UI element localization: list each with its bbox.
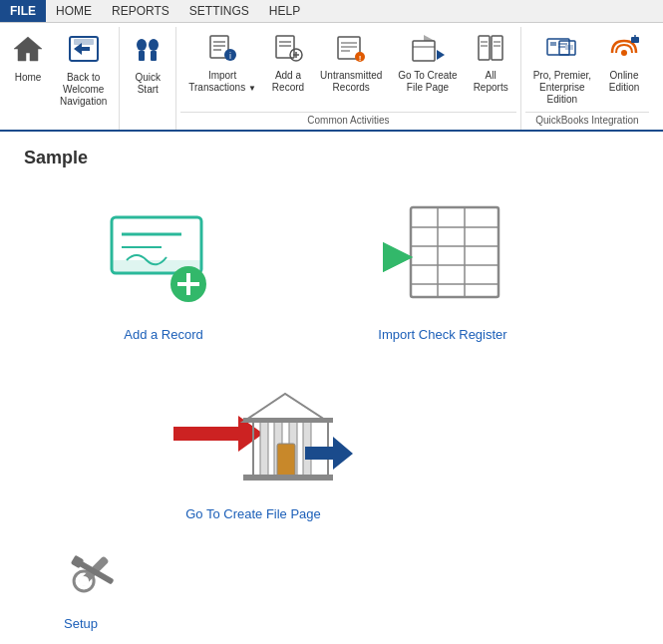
add-record-icon xyxy=(273,33,303,68)
svg-marker-60 xyxy=(383,242,413,272)
ribbon-group-qb: Pro, Premier,EnterpriseEdition OnlineEdi… xyxy=(521,27,653,130)
menu-bar: FILE HOME REPORTS SETTINGS HELP xyxy=(0,0,663,23)
svg-rect-26 xyxy=(413,41,435,61)
ribbon-quickstart-label: QuickStart xyxy=(135,72,161,96)
page-title: Sample xyxy=(24,148,639,168)
ribbon-home-button[interactable]: Home xyxy=(4,29,52,88)
add-record-icon-wrap xyxy=(107,202,221,315)
page-content: Sample xyxy=(0,132,663,644)
ribbon-goto-label: Go To CreateFile Page xyxy=(398,70,457,94)
ribbon-quickstart-button[interactable]: QuickStart xyxy=(124,29,171,100)
ribbon-allreports-label: AllReports xyxy=(474,70,508,94)
ribbon-pro-button[interactable]: Pro, Premier,EnterpriseEdition xyxy=(525,29,599,110)
ribbon-back-button[interactable]: Back toWelcomeNavigation xyxy=(52,29,115,112)
online-icon xyxy=(607,33,641,68)
svg-rect-69 xyxy=(243,475,333,481)
add-record-card[interactable]: Add a Record xyxy=(24,192,303,362)
menu-settings[interactable]: SETTINGS xyxy=(179,0,259,22)
ribbon-home-label: Home xyxy=(15,72,42,84)
svg-marker-0 xyxy=(14,37,42,61)
qb-integration-label: QuickBooks Integration xyxy=(525,112,649,128)
home-icon xyxy=(12,33,44,70)
ribbon-online-button[interactable]: OnlineEdition xyxy=(599,29,649,98)
ribbon: Home Back toWelcomeNavigation xyxy=(0,23,663,132)
menu-file[interactable]: FILE xyxy=(0,0,46,22)
svg-rect-6 xyxy=(139,51,145,61)
svg-rect-70 xyxy=(243,418,333,423)
svg-marker-27 xyxy=(424,35,435,41)
ribbon-group-quickstart: QuickStart xyxy=(120,27,176,130)
setup-icon-wrap xyxy=(64,541,124,604)
ribbon-back-label: Back toWelcomeNavigation xyxy=(60,72,107,108)
setup-label: Setup xyxy=(64,616,98,631)
import-register-label: Import Check Register xyxy=(378,327,506,342)
svg-rect-31 xyxy=(492,36,502,60)
ribbon-pro-label: Pro, Premier,EnterpriseEdition xyxy=(533,70,591,106)
ribbon-goto-button[interactable]: Go To CreateFile Page xyxy=(390,29,465,98)
svg-rect-30 xyxy=(479,36,490,60)
svg-rect-64 xyxy=(260,422,268,477)
menu-reports[interactable]: REPORTS xyxy=(102,0,179,22)
import-register-icon-wrap xyxy=(383,202,502,315)
svg-point-4 xyxy=(137,39,147,51)
ribbon-untransmitted-button[interactable]: ! UntransmittedRecords xyxy=(312,29,390,98)
svg-rect-43 xyxy=(631,37,639,43)
svg-rect-37 xyxy=(550,42,556,46)
ribbon-import-button[interactable]: i ImportTransactions ▼ xyxy=(180,29,264,98)
goto-icon xyxy=(411,33,445,68)
goto-create-file-label: Go To Create File Page xyxy=(185,506,321,521)
ribbon-import-label: ImportTransactions ▼ xyxy=(188,70,256,94)
ribbon-add-record-label: Add aRecord xyxy=(272,70,304,94)
svg-rect-68 xyxy=(277,444,295,477)
quickstart-icon xyxy=(132,33,164,70)
svg-text:!: ! xyxy=(359,54,362,63)
back-icon xyxy=(68,33,100,70)
ribbon-add-record-button[interactable]: Add aRecord xyxy=(264,29,312,98)
ribbon-group-nav: Home Back toWelcomeNavigation xyxy=(0,27,120,130)
goto-create-file-icon-wrap xyxy=(154,372,353,494)
untransmitted-icon: ! xyxy=(336,33,366,68)
add-record-label: Add a Record xyxy=(124,327,203,342)
setup-card[interactable]: Setup xyxy=(24,541,639,641)
svg-text:i: i xyxy=(229,51,231,61)
svg-point-5 xyxy=(149,39,159,51)
menu-help[interactable]: HELP xyxy=(259,0,310,22)
ribbon-untransmitted-label: UntransmittedRecords xyxy=(320,70,382,94)
goto-create-file-card[interactable]: Go To Create File Page xyxy=(84,372,423,541)
svg-marker-29 xyxy=(437,50,445,60)
svg-rect-7 xyxy=(151,51,157,61)
ribbon-group-common: i ImportTransactions ▼ xyxy=(176,27,520,130)
ribbon-allreports-button[interactable]: AllReports xyxy=(466,29,516,98)
import-check-register-card[interactable]: Import Check Register xyxy=(303,192,582,362)
svg-rect-3 xyxy=(74,39,94,45)
common-activities-label: Common Activities xyxy=(180,112,515,128)
svg-point-42 xyxy=(621,50,627,56)
menu-home[interactable]: HOME xyxy=(46,0,102,22)
svg-rect-14 xyxy=(276,36,294,58)
pro-icon xyxy=(545,33,579,68)
svg-marker-41 xyxy=(565,45,573,50)
allreports-icon xyxy=(476,33,505,68)
ribbon-online-label: OnlineEdition xyxy=(609,70,640,94)
svg-marker-63 xyxy=(243,394,328,422)
import-icon: i xyxy=(207,33,237,68)
